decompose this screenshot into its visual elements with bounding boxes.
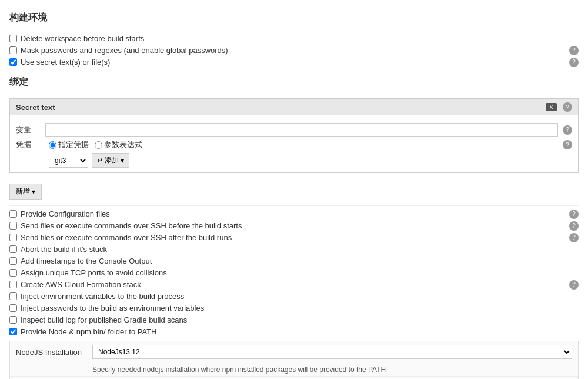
credentials-help-icon[interactable]: ? [563,140,572,149]
nodejs-select[interactable]: NodeJs13.12 [92,345,572,359]
bindings-title: 绑定 [9,76,579,92]
add-label: 添加 [105,155,119,165]
checkbox-row-cb10: Create AWS Cloud Formation stack? [9,280,579,289]
add-dropdown-icon: ▾ [121,157,124,165]
nodejs-hint: Specify needed nodejs installation where… [10,363,578,377]
variable-input[interactable] [45,123,558,137]
checkbox-cb9[interactable] [9,269,17,277]
radio-param-input[interactable] [95,141,102,149]
checkbox-label-cb14: Provide Node & npm bin/ folder to PATH [21,327,579,336]
checkbox-cb2[interactable] [9,46,17,54]
checkbox-label-cb1: Delete workspace before build starts [21,34,579,43]
checkbox-row-cb14: Provide Node & npm bin/ folder to PATH [9,327,579,336]
close-secret-button[interactable]: X [546,103,557,111]
checkbox-label-cb11: Inject environment variables to the buil… [21,292,579,301]
checkbox-label-cb13: Inspect build log for published Gradle b… [21,315,579,324]
new-label: 新增 [16,187,30,197]
checkbox-label-cb7: Abort the build if it's stuck [21,245,579,254]
secret-text-title: Secret text [16,103,55,112]
checkbox-label-cb4: Provide Configuration files [21,210,579,218]
credentials-select[interactable]: git3 [49,154,88,168]
checkbox-row-cb4: Provide Configuration files? [9,210,579,218]
checkbox-row-cb13: Inspect build log for published Gradle b… [9,315,579,324]
checkbox-cb11[interactable] [9,292,17,300]
checkbox-label-cb12: Inject passwords to the build as environ… [21,304,579,312]
radio-specify: 指定凭据 [49,139,89,150]
checkbox-row-cb5: Send files or execute commands over SSH … [9,221,579,230]
checkbox-row-cb8: Add timestamps to the Console Output [9,257,579,265]
help-icon-cb6[interactable]: ? [569,233,579,242]
credentials-label: 凭据 [16,139,45,150]
checkbox-label-cb6: Send files or execute commands over SSH … [21,233,579,242]
node-config-section: NodeJS Installation NodeJs13.12 Specify … [9,341,579,379]
bindings-checkboxes: Provide Configuration files?Send files o… [9,210,579,336]
checkbox-cb14[interactable] [9,328,17,335]
checkbox-row-cb6: Send files or execute commands over SSH … [9,233,579,242]
checkbox-cb5[interactable] [9,222,17,230]
radio-specify-label: 指定凭据 [58,139,89,150]
checkbox-cb10[interactable] [9,281,17,288]
help-icon-cb10[interactable]: ? [569,280,579,290]
checkbox-cb12[interactable] [9,304,17,312]
variable-label: 变量 [16,125,45,135]
checkbox-label-cb9: Assign unique TCP ports to avoid collisi… [21,268,579,277]
checkbox-row-cb9: Assign unique TCP ports to avoid collisi… [9,268,579,277]
help-icon-cb3[interactable]: ? [569,58,579,67]
help-icon-cb4[interactable]: ? [569,210,579,219]
checkbox-cb7[interactable] [9,245,17,253]
new-btn-row: 新增 ▾ [9,179,579,202]
checkbox-cb4[interactable] [9,210,17,218]
radio-param: 参数表达式 [95,139,142,150]
checkbox-label-cb2: Mask passwords and regexes (and enable g… [21,46,579,55]
variable-row: 变量 ? [16,123,572,137]
checkbox-cb6[interactable] [9,234,17,241]
cred-select-row: git3 ↵ 添加 ▾ [49,153,572,168]
checkbox-label-cb8: Add timestamps to the Console Output [21,257,579,265]
secret-text-header: Secret text X ? [10,99,578,115]
add-arrow-icon: ↵ [97,157,103,165]
checkbox-row-cb12: Inject passwords to the build as environ… [9,304,579,312]
help-icon-cb5[interactable]: ? [569,221,579,231]
checkbox-cb8[interactable] [9,257,17,265]
secret-text-card: Secret text X ? 变量 ? 凭据 指定凭据 [9,98,579,173]
credentials-row: 凭据 指定凭据 参数表达式 ? [16,139,572,150]
new-button[interactable]: 新增 ▾ [9,184,42,200]
build-env-checkboxes: Delete workspace before build startsMask… [9,34,579,67]
nodejs-row: NodeJS Installation NodeJs13.12 [10,341,578,363]
radio-specify-input[interactable] [49,141,56,149]
checkbox-row-cb1: Delete workspace before build starts [9,34,579,43]
checkbox-cb3[interactable] [9,58,17,66]
checkbox-label-cb10: Create AWS Cloud Formation stack [21,280,579,289]
checkbox-row-cb2: Mask passwords and regexes (and enable g… [9,46,579,55]
nodejs-label: NodeJS Installation [16,348,92,357]
checkbox-label-cb3: Use secret text(s) or file(s) [21,58,579,67]
variable-help-icon[interactable]: ? [563,125,572,135]
help-icon-cb2[interactable]: ? [569,46,579,55]
checkbox-cb13[interactable] [9,316,17,324]
checkbox-label-cb5: Send files or execute commands over SSH … [21,221,579,230]
npmrc-row: npmrc file - use system default - [10,377,578,379]
secret-header-help-icon[interactable]: ? [563,102,572,112]
radio-param-label: 参数表达式 [104,139,142,150]
main-page: 构建环境 Delete workspace before build start… [0,0,588,379]
checkbox-row-cb3: Use secret text(s) or file(s)? [9,58,579,67]
checkbox-row-cb11: Inject environment variables to the buil… [9,292,579,301]
checkbox-row-cb7: Abort the build if it's stuck [9,245,579,254]
build-env-title: 构建环境 [9,12,579,28]
secret-text-body: 变量 ? 凭据 指定凭据 参数表达式 ? [10,115,578,172]
radio-group: 指定凭据 参数表达式 [49,139,142,150]
new-dropdown-icon: ▾ [32,188,35,196]
checkbox-cb1[interactable] [9,35,17,42]
divider [9,205,579,206]
add-button[interactable]: ↵ 添加 ▾ [92,153,129,168]
